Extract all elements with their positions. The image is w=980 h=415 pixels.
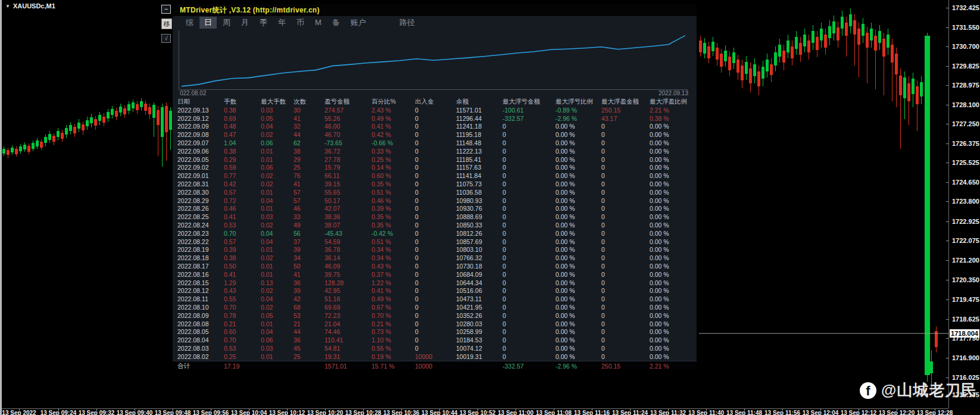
- cell-11: 0.00 %: [650, 230, 689, 237]
- cell-11: 0.00 %: [650, 213, 689, 220]
- cell-7: 10730.18: [456, 263, 503, 270]
- cell-9: 0.00 %: [555, 139, 601, 146]
- cell-7: 10684.09: [456, 271, 503, 278]
- cell-0: 2022.09.08: [177, 131, 224, 138]
- cell-9: 0.00 %: [555, 213, 601, 220]
- cell-6: 0: [415, 271, 456, 278]
- menu-item-周[interactable]: 周: [218, 17, 235, 29]
- cell-8: 0: [503, 263, 555, 270]
- cell-6: 0: [415, 115, 456, 122]
- cell-5: 0.33 %: [372, 148, 415, 155]
- cell-9: 0.00 %: [555, 328, 601, 335]
- cell-6: 0: [415, 221, 456, 229]
- cell-6: 0: [415, 246, 456, 253]
- cell-1: 1.29: [224, 279, 261, 286]
- cell-1: 0.70: [224, 304, 261, 311]
- panel-minimize-button[interactable]: −: [161, 5, 171, 14]
- cell-6: 0: [415, 123, 456, 130]
- menu-item-月[interactable]: 月: [236, 17, 254, 29]
- cell-6: 0: [415, 107, 456, 114]
- table-row: 2022.08.090.780.055372.230.70 %010352.26…: [173, 311, 692, 320]
- cell-10: 0: [601, 279, 650, 286]
- price-axis-separator: [948, 0, 949, 408]
- time-label: 13 Sep 11:08: [536, 410, 572, 415]
- menu-item-币[interactable]: 币: [292, 17, 309, 29]
- cell-6: 0: [415, 197, 456, 204]
- cell-0: 2022.08.15: [177, 279, 224, 286]
- panel-confirm-button[interactable]: √: [161, 34, 171, 43]
- cell-0: 2022.08.23: [177, 230, 224, 237]
- cell-2: 0.01: [261, 205, 294, 212]
- cell-1: 0.47: [224, 131, 261, 138]
- panel-title: MTDriver统计 ,V3.12 (http://mtdriver.cn): [173, 4, 697, 16]
- cell-6: 0: [415, 320, 456, 327]
- cell-0: 2022.08.02: [177, 353, 224, 360]
- cell-11: 0.00 %: [650, 271, 689, 278]
- cell-9: 0.00 %: [555, 131, 601, 138]
- cell-2: 0.01: [261, 246, 294, 253]
- cell-0: 2022.09.06: [177, 148, 224, 155]
- cell-9: 0.00 %: [555, 180, 601, 188]
- cell-10: 0: [601, 131, 650, 138]
- cell-0: 2022.09.01: [177, 172, 224, 179]
- cell-1: 0.39: [224, 246, 261, 253]
- cell-6: 0: [415, 254, 456, 261]
- cell-11: 0.00 %: [650, 312, 689, 319]
- cell-5: 0.19 %: [372, 353, 415, 360]
- symbol-label[interactable]: ▼ XAUUSDc,M1: [5, 2, 55, 10]
- cell-7: 10857.69: [456, 238, 503, 245]
- cell-11: 0.00 %: [650, 221, 689, 229]
- cell-4: 51.16: [324, 295, 372, 302]
- time-label: 13 Sep 12:04: [803, 410, 839, 415]
- time-label: 13 Sep 11:32: [650, 410, 686, 415]
- cell-3: 41: [294, 180, 324, 188]
- cell-3: 41: [294, 115, 324, 122]
- cell-0: 2022.08.18: [177, 254, 224, 261]
- cell-8: 0: [503, 246, 555, 253]
- cell-1: 0.72: [224, 197, 261, 204]
- cell-5: 1.22 %: [372, 279, 415, 286]
- cell-10: 0: [601, 189, 650, 196]
- menu-item-季[interactable]: 季: [255, 17, 272, 29]
- menu-item-综[interactable]: 综: [181, 17, 198, 29]
- cell-7: 10074.12: [456, 345, 503, 352]
- cell-9: 0.00 %: [555, 230, 601, 237]
- total-cell-11: 2.21 %: [650, 363, 689, 370]
- cell-0: 2022.09.09: [177, 123, 224, 130]
- menu-item-备[interactable]: 备: [327, 17, 345, 29]
- cell-11: 0.00 %: [650, 197, 689, 204]
- cell-9: 0.00 %: [555, 304, 601, 311]
- cell-0: 2022.09.13: [177, 107, 224, 114]
- table-row: 2022.08.110.550.044251.160.49 %010473.11…: [173, 295, 692, 303]
- menu-item-路径[interactable]: 路径: [395, 17, 420, 29]
- cell-11: 0.00 %: [650, 295, 689, 302]
- menu-item-账户[interactable]: 账户: [346, 17, 371, 29]
- cell-9: 0.00 %: [555, 271, 601, 278]
- total-cell-4: 1571.01: [324, 363, 372, 370]
- cell-10: 0: [601, 164, 650, 171]
- cell-8: 0: [503, 271, 555, 278]
- menu-item-M[interactable]: M: [310, 17, 326, 27]
- panel-move-button[interactable]: 移: [161, 18, 172, 29]
- cell-5: 0.51 %: [372, 189, 415, 196]
- table-row: 2022.08.080.210.012121.040.21 %010280.03…: [173, 320, 692, 328]
- cell-3: 25: [294, 164, 324, 171]
- watermark-text: @山城老刀民: [881, 380, 977, 401]
- cell-1: 0.77: [224, 172, 261, 179]
- cell-6: 0: [415, 336, 456, 344]
- cell-8: 0: [503, 197, 555, 204]
- cell-0: 2022.08.09: [177, 312, 224, 319]
- cell-7: 11185.41: [456, 156, 503, 163]
- menu-item-年[interactable]: 年: [273, 17, 291, 29]
- time-label: 13 Sep 11:56: [764, 410, 800, 415]
- header-cell: 盈亏金额: [324, 98, 372, 106]
- cell-10: 0: [601, 180, 650, 188]
- cell-11: 0.00 %: [650, 205, 689, 212]
- time-label: 13 Sep 11:24: [612, 410, 648, 415]
- cell-9: 0.00 %: [555, 320, 601, 327]
- menu-item-日[interactable]: 日: [199, 17, 217, 29]
- cell-5: -0.66 %: [372, 139, 415, 146]
- cell-4: 50.17: [324, 197, 372, 204]
- cell-9: 0.00 %: [555, 312, 601, 319]
- facebook-icon: f: [860, 382, 876, 399]
